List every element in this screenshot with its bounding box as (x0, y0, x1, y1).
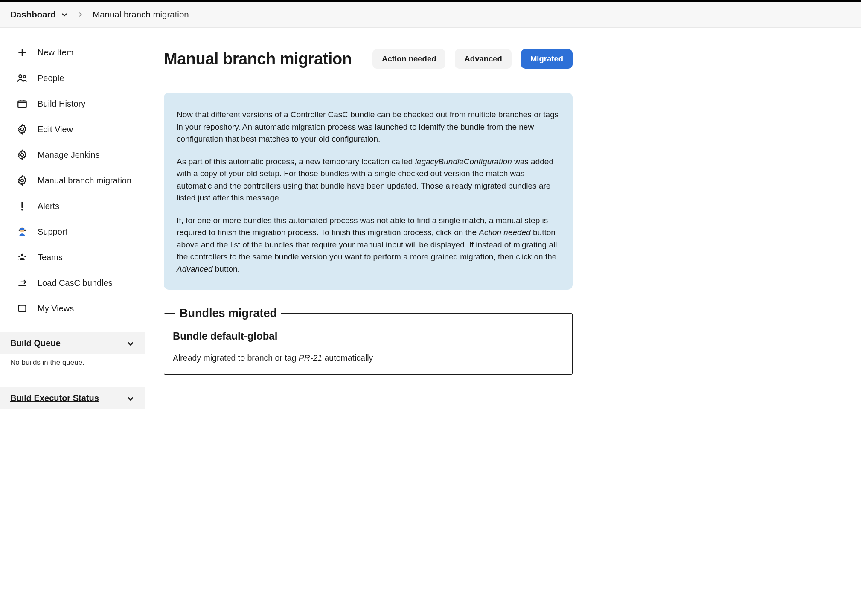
build-executor-box: Build Executor Status (0, 387, 145, 409)
svg-rect-10 (19, 230, 20, 231)
my-views-icon (16, 302, 28, 314)
sidebar-item-new-item[interactable]: New Item (3, 40, 141, 65)
svg-rect-2 (18, 101, 26, 108)
tab-migrated[interactable]: Migrated (521, 49, 573, 69)
support-icon (16, 226, 28, 238)
svg-rect-6 (21, 202, 23, 208)
svg-point-14 (24, 256, 26, 257)
alert-icon (16, 200, 28, 212)
sidebar-item-my-views[interactable]: My Views (3, 296, 141, 321)
svg-rect-11 (24, 230, 26, 231)
svg-point-0 (19, 75, 22, 78)
sidebar-item-label: Manual branch migration (38, 176, 131, 186)
bundles-migrated-section: Bundles migrated Bundle default-global A… (164, 307, 573, 375)
sidebar-item-label: Alerts (38, 201, 59, 211)
chevron-right-icon (77, 12, 83, 17)
teams-icon (16, 251, 28, 263)
bundle-title: Bundle default-global (173, 330, 564, 342)
main-content: Manual branch migration Action needed Ad… (145, 28, 593, 409)
svg-point-5 (21, 179, 24, 182)
sidebar-item-support[interactable]: Support (3, 219, 141, 244)
sidebar-item-edit-view[interactable]: Edit View (3, 116, 141, 142)
sidebar-item-label: Edit View (38, 125, 73, 134)
build-queue-empty: No builds in the queue. (0, 354, 145, 376)
sidebar-item-label: Teams (38, 253, 63, 262)
info-paragraph: If, for one or more bundles this automat… (177, 215, 560, 276)
tab-action-needed[interactable]: Action needed (372, 49, 445, 69)
chevron-down-icon (127, 395, 134, 402)
sidebar-item-label: My Views (38, 304, 74, 314)
bundles-migrated-legend: Bundles migrated (175, 307, 281, 320)
load-icon (16, 277, 28, 289)
sidebar-item-alerts[interactable]: Alerts (3, 193, 141, 219)
sidebar-item-build-history[interactable]: Build History (3, 91, 141, 116)
sidebar-item-label: Manage Jenkins (38, 150, 100, 160)
tab-advanced[interactable]: Advanced (455, 49, 511, 69)
sidebar-item-load-casc[interactable]: Load CasC bundles (3, 270, 141, 296)
history-icon (16, 98, 28, 110)
breadcrumb-current: Manual branch migration (93, 9, 189, 20)
gear-icon (16, 149, 28, 161)
sidebar-item-label: Build History (38, 99, 85, 109)
people-icon (16, 72, 28, 84)
breadcrumb-root-label: Dashboard (10, 9, 56, 20)
sidebar-item-label: People (38, 73, 64, 83)
svg-point-7 (21, 209, 23, 211)
svg-rect-9 (20, 228, 25, 230)
build-executor-toggle[interactable]: Build Executor Status (0, 387, 145, 409)
svg-point-4 (21, 154, 24, 157)
sidebar-item-manual-branch-migration[interactable]: Manual branch migration (3, 168, 141, 193)
svg-point-12 (21, 254, 23, 256)
tab-row: Action needed Advanced Migrated (372, 49, 573, 69)
build-queue-title: Build Queue (10, 338, 61, 348)
info-paragraph: Now that different versions of a Control… (177, 109, 560, 145)
svg-point-13 (18, 256, 20, 257)
gear-icon (16, 123, 28, 135)
chevron-down-icon (127, 340, 134, 347)
sidebar-item-label: Support (38, 227, 67, 237)
breadcrumb-root[interactable]: Dashboard (10, 9, 68, 20)
svg-rect-15 (18, 305, 26, 311)
page-title: Manual branch migration (164, 50, 352, 68)
sidebar-item-teams[interactable]: Teams (3, 244, 141, 270)
info-panel: Now that different versions of a Control… (164, 93, 573, 290)
svg-point-3 (21, 128, 24, 131)
breadcrumb: Dashboard Manual branch migration (0, 2, 861, 28)
build-executor-title: Build Executor Status (10, 393, 99, 403)
sidebar-item-label: New Item (38, 48, 73, 58)
sidebar-item-people[interactable]: People (3, 65, 141, 91)
bundle-status: Already migrated to branch or tag PR-21 … (173, 353, 564, 363)
plus-icon (16, 46, 28, 58)
sidebar: New Item People Build History Edit View (0, 28, 145, 409)
chevron-down-icon (61, 11, 68, 18)
sidebar-item-label: Load CasC bundles (38, 278, 113, 288)
build-queue-toggle[interactable]: Build Queue (0, 332, 145, 354)
build-queue-box: Build Queue No builds in the queue. (0, 332, 145, 376)
info-paragraph: As part of this automatic process, a new… (177, 156, 560, 204)
sidebar-item-manage-jenkins[interactable]: Manage Jenkins (3, 142, 141, 168)
svg-point-1 (23, 76, 26, 78)
gear-icon (16, 174, 28, 186)
